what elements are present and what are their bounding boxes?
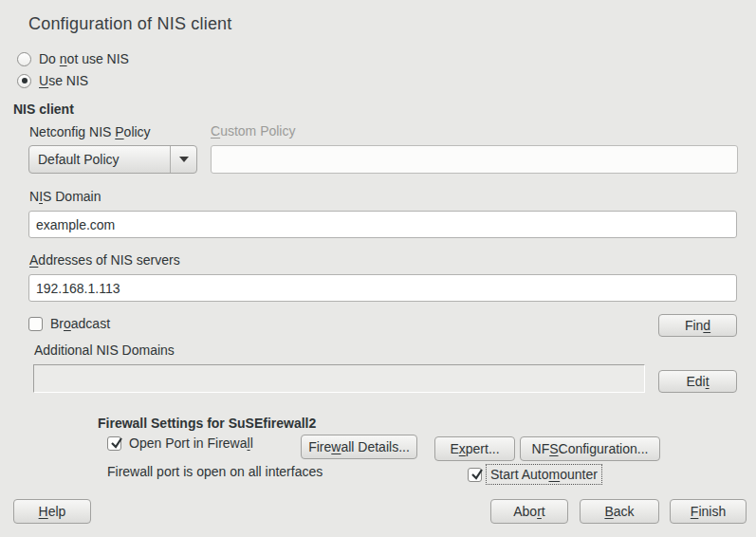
edit-button[interactable]: Edit <box>658 370 737 393</box>
find-button[interactable]: Find <box>658 314 737 337</box>
nis-servers-input[interactable] <box>28 274 737 302</box>
section-heading-nis-client: NIS client <box>13 102 74 117</box>
dropdown-selected-value: Default Policy <box>29 152 170 167</box>
open-port-label: Open Port in Firewall <box>129 435 253 451</box>
label-netconfig-nis-policy: Netconfig NIS Policy <box>29 124 151 139</box>
check-icon <box>109 435 124 451</box>
netconfig-policy-dropdown[interactable]: Default Policy <box>28 145 197 174</box>
additional-domains-field <box>33 364 645 393</box>
expert-button[interactable]: Expert... <box>434 436 515 461</box>
back-button[interactable]: Back <box>580 499 659 524</box>
help-button[interactable]: Help <box>13 499 91 524</box>
custom-policy-input <box>211 145 738 174</box>
nis-client-config-window: Configuration of NIS client Do not use N… <box>0 0 756 537</box>
radio-dot <box>22 78 28 83</box>
radio-use-nis[interactable]: Use NIS <box>17 73 88 88</box>
radio-label-do-not-use-nis: Do not use NIS <box>39 51 129 66</box>
page-title: Configuration of NIS client <box>28 14 232 34</box>
start-automounter-checkbox[interactable]: Start Automounter <box>468 465 601 484</box>
checkbox-icon <box>468 468 482 482</box>
label-addresses-of-nis-servers: Addresses of NIS servers <box>29 252 180 268</box>
finish-button[interactable]: Finish <box>670 499 747 524</box>
radio-label-use-nis: Use NIS <box>39 73 88 88</box>
label-nis-domain: NIS Domain <box>29 189 101 204</box>
abort-button[interactable]: Abort <box>490 499 568 524</box>
nis-domain-input[interactable] <box>28 211 737 238</box>
dropdown-arrow-glyph <box>179 157 189 162</box>
broadcast-checkbox[interactable]: Broadcast <box>28 316 110 331</box>
chevron-down-icon <box>170 146 196 173</box>
firewall-details-button[interactable]: Firewall Details... <box>301 435 417 459</box>
radio-icon <box>17 74 31 88</box>
check-icon <box>470 467 485 482</box>
start-automounter-label: Start Automounter <box>487 465 601 484</box>
open-port-checkbox[interactable]: Open Port in Firewall <box>107 435 253 451</box>
firewall-status-text: Firewall port is open on all interfaces <box>107 464 323 479</box>
nfs-configuration-button[interactable]: NFS Configuration... <box>520 436 660 461</box>
checkbox-icon <box>107 436 121 451</box>
label-additional-nis-domains: Additional NIS Domains <box>34 343 175 358</box>
firewall-settings-heading: Firewall Settings for SuSEfirewall2 <box>98 416 316 431</box>
radio-icon <box>17 52 31 66</box>
checkbox-icon <box>28 317 43 331</box>
broadcast-label: Broadcast <box>50 316 110 331</box>
label-custom-policy: Custom Policy <box>211 123 295 139</box>
radio-do-not-use-nis[interactable]: Do not use NIS <box>17 51 129 66</box>
